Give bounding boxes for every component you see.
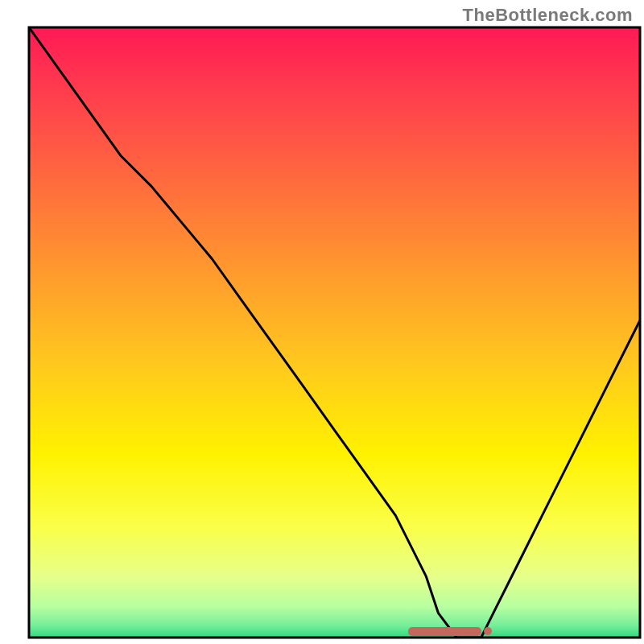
sweet-spot-dot (484, 627, 492, 635)
sweet-spot-band (408, 627, 481, 636)
line-chart (0, 0, 644, 644)
watermark-label: TheBottleneck.com (463, 5, 633, 26)
chart-background (29, 27, 640, 638)
chart-container: TheBottleneck.com (0, 0, 644, 644)
